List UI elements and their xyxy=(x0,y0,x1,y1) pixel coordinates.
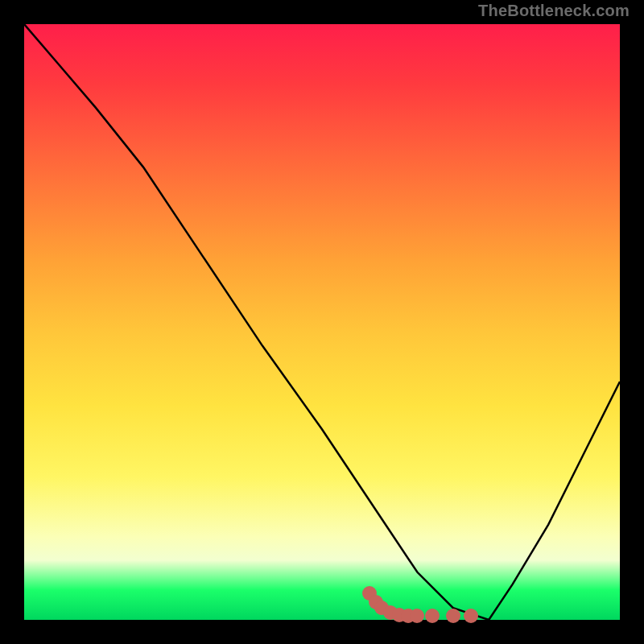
chart-frame: TheBottleneck.com xyxy=(0,0,644,644)
watermark-text: TheBottleneck.com xyxy=(478,2,630,20)
plot-area xyxy=(24,24,620,620)
curve-svg xyxy=(24,24,620,620)
curve-path xyxy=(24,24,620,620)
